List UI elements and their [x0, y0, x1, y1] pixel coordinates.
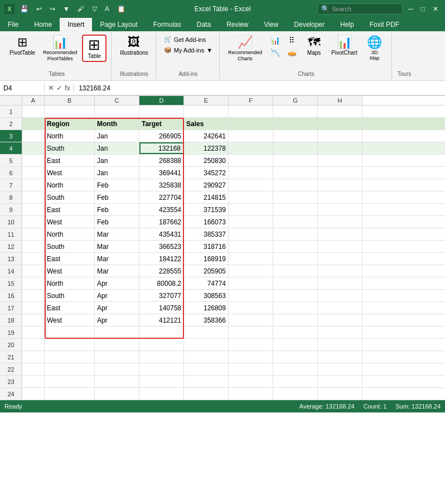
cell-f15[interactable]	[229, 277, 273, 289]
cell-f23[interactable]	[229, 376, 273, 387]
cell-a10[interactable]	[22, 216, 45, 228]
col-header-h[interactable]: H	[318, 96, 362, 105]
col-header-b[interactable]: B	[45, 96, 95, 105]
cell-c23[interactable]	[95, 376, 139, 387]
cell-a18[interactable]	[22, 314, 45, 326]
cell-b15[interactable]: North	[45, 277, 95, 289]
row-header-9[interactable]: 9	[0, 204, 22, 216]
row-header-23[interactable]: 23	[0, 376, 22, 388]
cell-g15[interactable]	[273, 277, 318, 289]
cell-d15[interactable]: 80008.2	[139, 277, 184, 289]
cell-d8[interactable]: 227704	[139, 191, 184, 203]
cell-d20[interactable]	[139, 339, 184, 351]
quick-save-btn[interactable]: 💾	[18, 4, 31, 14]
cell-f4[interactable]	[229, 142, 273, 154]
cell-h7[interactable]	[318, 179, 362, 191]
row-header-19[interactable]: 19	[0, 327, 22, 339]
cell-g10[interactable]	[273, 216, 318, 228]
cell-e6[interactable]: 345272	[184, 167, 229, 179]
cell-h1[interactable]	[318, 105, 362, 117]
cell-g23[interactable]	[273, 376, 318, 387]
cell-a7[interactable]	[22, 179, 45, 191]
cell-a16[interactable]	[22, 290, 45, 301]
cell-b1[interactable]	[45, 105, 95, 117]
cell-c13[interactable]: Mar	[95, 253, 139, 265]
cell-h14[interactable]	[318, 265, 362, 277]
row-header-11[interactable]: 11	[0, 228, 22, 241]
cell-a9[interactable]	[22, 204, 45, 215]
cell-f8[interactable]	[229, 191, 273, 203]
pie-chart-btn[interactable]: 🥧	[284, 47, 299, 58]
row-header-24[interactable]: 24	[0, 388, 22, 400]
cell-b9[interactable]: East	[45, 204, 95, 215]
cell-f12[interactable]	[229, 241, 273, 252]
quick-extra-btn[interactable]: 📋	[115, 4, 128, 14]
cell-h15[interactable]	[318, 277, 362, 289]
recommended-pivot-btn[interactable]: 📊 RecommendedPivotTables	[40, 35, 80, 64]
cell-h11[interactable]	[318, 228, 362, 240]
row-header-20[interactable]: 20	[0, 339, 22, 351]
cell-c9[interactable]: Feb	[95, 204, 139, 215]
cell-g4[interactable]	[273, 142, 318, 154]
cell-h19[interactable]	[318, 327, 362, 338]
cell-c7[interactable]: Feb	[95, 179, 139, 191]
row-header-17[interactable]: 17	[0, 302, 22, 314]
cell-c14[interactable]: Mar	[95, 265, 139, 277]
row-header-18[interactable]: 18	[0, 314, 22, 327]
redo-btn[interactable]: ↪	[47, 4, 57, 14]
cell-d12[interactable]: 366523	[139, 241, 184, 252]
cell-f10[interactable]	[229, 216, 273, 228]
row-header-15[interactable]: 15	[0, 277, 22, 290]
cell-d3[interactable]: 266905	[139, 130, 184, 142]
tab-help[interactable]: Help	[332, 18, 362, 31]
cell-d1[interactable]	[139, 105, 184, 117]
col-header-e[interactable]: E	[184, 96, 229, 105]
cell-g12[interactable]	[273, 241, 318, 252]
cell-e14[interactable]: 205905	[184, 265, 229, 277]
cell-e21[interactable]	[184, 351, 229, 363]
cell-c20[interactable]	[95, 339, 139, 351]
cell-b23[interactable]	[45, 376, 95, 387]
cell-h10[interactable]	[318, 216, 362, 228]
cell-e1[interactable]	[184, 105, 229, 117]
cell-c17[interactable]: Apr	[95, 302, 139, 314]
line-chart-btn[interactable]: 📉	[267, 47, 283, 58]
cell-a6[interactable]	[22, 167, 45, 179]
undo-btn[interactable]: ↩	[34, 4, 44, 14]
cell-h21[interactable]	[318, 351, 362, 363]
row-header-4[interactable]: 4	[0, 142, 22, 155]
cell-c18[interactable]: Apr	[95, 314, 139, 326]
cell-a19[interactable]	[22, 327, 45, 338]
cell-b3[interactable]: North	[45, 130, 95, 142]
cell-b14[interactable]: West	[45, 265, 95, 277]
row-header-16[interactable]: 16	[0, 290, 22, 302]
cell-f18[interactable]	[229, 314, 273, 326]
row-header-7[interactable]: 7	[0, 179, 22, 191]
cell-e18[interactable]: 358366	[184, 314, 229, 326]
cell-f3[interactable]	[229, 130, 273, 142]
cell-a20[interactable]	[22, 339, 45, 351]
cell-g24[interactable]	[273, 388, 318, 400]
tab-data[interactable]: Data	[189, 18, 219, 31]
cell-e5[interactable]: 250830	[184, 155, 229, 166]
row-header-12[interactable]: 12	[0, 241, 22, 253]
cell-f20[interactable]	[229, 339, 273, 351]
cell-d21[interactable]	[139, 351, 184, 363]
quick-format-btn[interactable]: 🖋	[75, 4, 86, 14]
cell-h23[interactable]	[318, 376, 362, 387]
cell-f1[interactable]	[229, 105, 273, 117]
scatter-chart-btn[interactable]: ⠿	[284, 35, 299, 46]
tab-home[interactable]: Home	[26, 18, 60, 31]
cell-b19[interactable]	[45, 327, 95, 338]
cell-a13[interactable]	[22, 253, 45, 265]
cell-f2[interactable]	[229, 118, 273, 129]
col-header-c[interactable]: C	[95, 96, 139, 105]
cell-g6[interactable]	[273, 167, 318, 179]
3d-map-btn[interactable]: 🌐 3DMap	[362, 35, 387, 63]
cell-e13[interactable]: 168919	[184, 253, 229, 265]
cell-f24[interactable]	[229, 388, 273, 400]
pivot-table-btn[interactable]: ⊞ PivotTable	[7, 35, 38, 57]
cell-h13[interactable]	[318, 253, 362, 265]
cell-d9[interactable]: 423554	[139, 204, 184, 215]
cell-c4[interactable]: Jan	[95, 142, 139, 154]
